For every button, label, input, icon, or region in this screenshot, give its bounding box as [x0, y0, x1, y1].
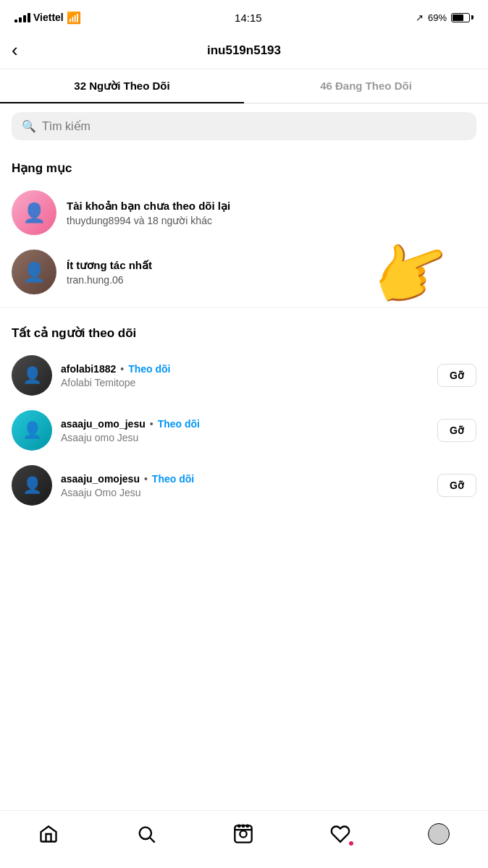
- wifi-icon: 📶: [67, 11, 81, 25]
- category-sub-1: thuydung8994 và 18 người khác: [67, 215, 476, 226]
- home-icon: [38, 824, 59, 844]
- signal-bars-icon: [14, 12, 30, 22]
- category-info-2: Ít tương tác nhất tran.hung.06: [67, 259, 476, 286]
- svg-point-4: [238, 825, 240, 826]
- follow-button-asaaju-omojesu[interactable]: Theo dõi: [152, 473, 194, 485]
- dot-3: •: [144, 473, 148, 485]
- follower-name-row-1: afolabi1882 • Theo dõi: [61, 363, 429, 375]
- follower-fullname-afolabi1882: Afolabi Temitope: [61, 377, 429, 388]
- follower-name-row-2: asaaju_omo_jesu • Theo dõi: [61, 418, 429, 430]
- follower-item-asaaju-omojesu: 👤 asaaju_omojesu • Theo dõi Asaaju Omo J…: [0, 458, 488, 513]
- battery-percent: 69%: [428, 12, 447, 23]
- content-area: 🔍 Hạng mục 👤 Tài khoản bạn chưa theo dõi…: [0, 103, 488, 578]
- remove-button-asaaju-omo-jesu[interactable]: Gỡ: [437, 419, 476, 442]
- follower-fullname-asaaju-omojesu: Asaaju Omo Jesu: [61, 487, 429, 498]
- nav-search[interactable]: [125, 818, 168, 850]
- location-icon: ↗: [416, 12, 424, 23]
- nav-reels[interactable]: [222, 818, 265, 850]
- follower-username-asaaju-omo-jesu[interactable]: asaaju_omo_jesu: [61, 418, 146, 430]
- category-name-1: Tài khoản bạn chưa theo dõi lại: [67, 200, 476, 213]
- category-avatar-2: 👤: [12, 250, 56, 294]
- follower-name-row-3: asaaju_omojesu • Theo dõi: [61, 473, 429, 485]
- activity-notification-dot: [349, 841, 353, 846]
- svg-point-5: [243, 825, 244, 826]
- follow-button-asaaju-omo-jesu[interactable]: Theo dõi: [158, 418, 200, 430]
- follower-username-asaaju-omojesu[interactable]: asaaju_omojesu: [61, 473, 140, 485]
- page-title: inu519n5193: [41, 43, 447, 58]
- follower-fullname-asaaju-omo-jesu: Asaaju omo Jesu: [61, 432, 429, 443]
- follower-avatar-asaaju-omojesu: 👤: [12, 465, 52, 506]
- follower-info-asaaju-omojesu: asaaju_omojesu • Theo dõi Asaaju Omo Jes…: [61, 473, 429, 498]
- battery-icon: [451, 13, 474, 22]
- search-icon: 🔍: [22, 119, 36, 133]
- follower-item-afolabi1882: 👤 afolabi1882 • Theo dõi Afolabi Temitop…: [0, 348, 488, 403]
- follower-info-asaaju-omo-jesu: asaaju_omo_jesu • Theo dõi Asaaju omo Je…: [61, 418, 429, 443]
- status-time: 14:15: [235, 12, 262, 24]
- tab-followers[interactable]: 32 Người Theo Dõi: [0, 69, 244, 103]
- category-sub-2: tran.hung.06: [67, 274, 476, 286]
- tabs-container: 32 Người Theo Dõi 46 Đang Theo Dõi: [0, 69, 488, 103]
- follower-username-afolabi1882[interactable]: afolabi1882: [61, 363, 116, 375]
- category-info-1: Tài khoản bạn chưa theo dõi lại thuydung…: [67, 200, 476, 226]
- search-box[interactable]: 🔍: [12, 112, 476, 140]
- svg-point-6: [247, 825, 248, 826]
- svg-point-0: [139, 827, 151, 838]
- tab-following[interactable]: 46 Đang Theo Dõi: [244, 69, 488, 103]
- status-bar: Viettel 📶 14:15 ↗ 69%: [0, 0, 488, 32]
- status-right: ↗ 69%: [416, 12, 474, 23]
- section-divider: [0, 307, 488, 308]
- svg-line-1: [150, 838, 154, 842]
- remove-button-afolabi1882[interactable]: Gỡ: [437, 364, 476, 387]
- svg-rect-2: [235, 825, 251, 842]
- follower-avatar-afolabi1882: 👤: [12, 355, 52, 396]
- status-left: Viettel 📶: [14, 11, 81, 25]
- carrier-label: Viettel: [33, 12, 64, 23]
- categories-section-title: Hạng mục: [0, 149, 488, 183]
- follower-avatar-asaaju-omo-jesu: 👤: [12, 410, 52, 451]
- category-item-least-interact[interactable]: 👤 Ít tương tác nhất tran.hung.06: [0, 242, 488, 302]
- heart-icon: [330, 824, 350, 844]
- search-nav-icon: [136, 824, 156, 844]
- header: ‹ inu519n5193: [0, 32, 488, 69]
- category-name-2: Ít tương tác nhất: [67, 259, 476, 272]
- reels-icon: [233, 824, 253, 844]
- svg-point-3: [240, 830, 246, 837]
- profile-avatar-icon: [428, 823, 450, 845]
- follow-button-afolabi1882[interactable]: Theo dõi: [128, 363, 170, 375]
- category-item-container: 👤 Ít tương tác nhất tran.hung.06 👉: [0, 242, 488, 302]
- dot-2: •: [150, 418, 153, 430]
- back-button[interactable]: ‹: [12, 39, 41, 61]
- follower-item-asaaju-omo-jesu: 👤 asaaju_omo_jesu • Theo dõi Asaaju omo …: [0, 403, 488, 458]
- bottom-nav: [0, 810, 488, 868]
- nav-profile[interactable]: [416, 817, 461, 851]
- nav-home[interactable]: [27, 818, 70, 850]
- category-avatar-1: 👤: [12, 190, 56, 235]
- category-item-not-following-back[interactable]: 👤 Tài khoản bạn chưa theo dõi lại thuydu…: [0, 183, 488, 242]
- dot-1: •: [120, 363, 124, 375]
- all-followers-section-title: Tất cả người theo dõi: [0, 314, 488, 348]
- nav-activity[interactable]: [319, 818, 362, 850]
- remove-button-asaaju-omojesu[interactable]: Gỡ: [437, 474, 476, 497]
- follower-info-afolabi1882: afolabi1882 • Theo dõi Afolabi Temitope: [61, 363, 429, 388]
- search-input[interactable]: [42, 120, 466, 133]
- search-container: 🔍: [0, 103, 488, 149]
